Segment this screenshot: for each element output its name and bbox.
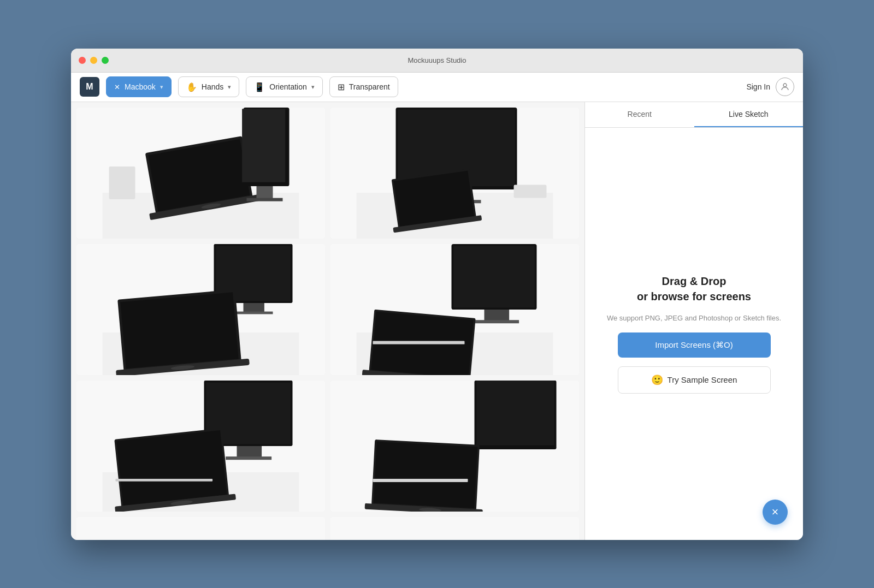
close-button[interactable] (79, 57, 86, 64)
mockup-photo-7 (76, 517, 325, 540)
svg-rect-19 (514, 185, 547, 198)
mockup-photo-3 (76, 244, 325, 375)
drop-area: Drag & Dropor browse for screens We supp… (585, 128, 803, 540)
hands-filter-button[interactable]: ✋ Hands ▾ (178, 76, 239, 97)
mockup-photo-1 (76, 108, 325, 239)
gallery-item[interactable] (330, 244, 579, 375)
minimize-button[interactable] (90, 57, 97, 64)
svg-rect-10 (247, 198, 283, 201)
hands-icon: ✋ (186, 82, 197, 92)
right-panel: Recent Live Sketch Drag & Dropor browse … (584, 102, 803, 540)
drop-subtitle: We support PNG, JPEG and Photoshop or Sk… (607, 313, 781, 324)
svg-rect-45 (116, 430, 227, 506)
gallery-item[interactable] (330, 381, 579, 512)
toolbar: M ✕ Macbook ▾ ✋ Hands ▾ 📱 Orientation ▾ … (71, 73, 803, 102)
mockup-photo-4 (330, 244, 579, 375)
svg-rect-43 (226, 456, 271, 460)
import-screens-button[interactable]: Import Screens (⌘O) (618, 332, 771, 358)
gallery-item[interactable] (330, 108, 579, 239)
svg-rect-2 (109, 167, 135, 199)
svg-rect-53 (374, 441, 477, 508)
smiley-icon: 🙂 (651, 374, 663, 386)
svg-rect-32 (485, 310, 510, 322)
sign-in-link[interactable]: Sign In (746, 82, 770, 91)
window-title: Mockuuups Studio (408, 56, 466, 64)
mockup-photo-2 (330, 108, 579, 239)
svg-rect-31 (453, 246, 535, 307)
close-fab-button[interactable]: × (763, 500, 788, 525)
avatar-button[interactable] (776, 78, 794, 96)
gallery-item[interactable] (76, 244, 325, 375)
mockup-photo-8 (330, 517, 579, 540)
orientation-label: Orientation (269, 82, 306, 91)
macbook-close-icon[interactable]: ✕ (114, 83, 120, 91)
hands-label: Hands (202, 82, 223, 91)
traffic-lights (79, 57, 109, 64)
gallery[interactable] (71, 102, 584, 540)
orientation-icon: 📱 (254, 82, 265, 92)
panel-tabs: Recent Live Sketch (585, 102, 803, 128)
hands-chevron-icon: ▾ (228, 84, 231, 91)
transparent-label: Transparent (349, 82, 390, 91)
macbook-filter-button[interactable]: ✕ Macbook ▾ (106, 76, 172, 97)
sample-label: Try Sample Screen (668, 375, 737, 384)
mockup-photo-6 (330, 381, 579, 512)
svg-rect-56 (373, 479, 468, 482)
gallery-item[interactable] (330, 517, 579, 540)
logo-button[interactable]: M (80, 77, 99, 97)
macbook-label: Macbook (125, 82, 156, 91)
svg-rect-48 (116, 479, 213, 482)
svg-rect-33 (473, 320, 519, 323)
transparent-icon: ⊞ (338, 82, 345, 92)
tab-recent[interactable]: Recent (585, 102, 694, 127)
transparent-filter-button[interactable]: ⊞ Transparent (329, 76, 398, 97)
drop-title: Drag & Dropor browse for screens (637, 274, 751, 304)
gallery-item[interactable] (76, 517, 325, 540)
sign-in-area: Sign In (746, 78, 794, 96)
mockup-photo-5 (76, 381, 325, 512)
svg-rect-42 (237, 446, 262, 458)
svg-rect-24 (234, 311, 273, 314)
svg-rect-26 (120, 292, 238, 369)
macbook-chevron-icon: ▾ (160, 84, 163, 91)
maximize-button[interactable] (102, 57, 109, 64)
try-sample-button[interactable]: 🙂 Try Sample Screen (618, 366, 771, 394)
orientation-filter-button[interactable]: 📱 Orientation ▾ (246, 76, 322, 97)
gallery-item[interactable] (76, 108, 325, 239)
svg-rect-9 (257, 186, 273, 199)
app-window: Mockuuups Studio M ✕ Macbook ▾ ✋ Hands ▾… (71, 49, 803, 540)
gallery-item[interactable] (76, 381, 325, 512)
svg-rect-23 (244, 303, 264, 313)
svg-rect-38 (373, 341, 465, 344)
gallery-grid (76, 108, 579, 540)
svg-rect-8 (242, 109, 285, 182)
svg-point-0 (783, 84, 787, 87)
main-content: Recent Live Sketch Drag & Dropor browse … (71, 102, 803, 540)
orientation-chevron-icon: ▾ (311, 84, 315, 91)
title-bar: Mockuuups Studio (71, 49, 803, 73)
tab-live-sketch[interactable]: Live Sketch (694, 102, 804, 127)
svg-rect-51 (476, 381, 554, 446)
